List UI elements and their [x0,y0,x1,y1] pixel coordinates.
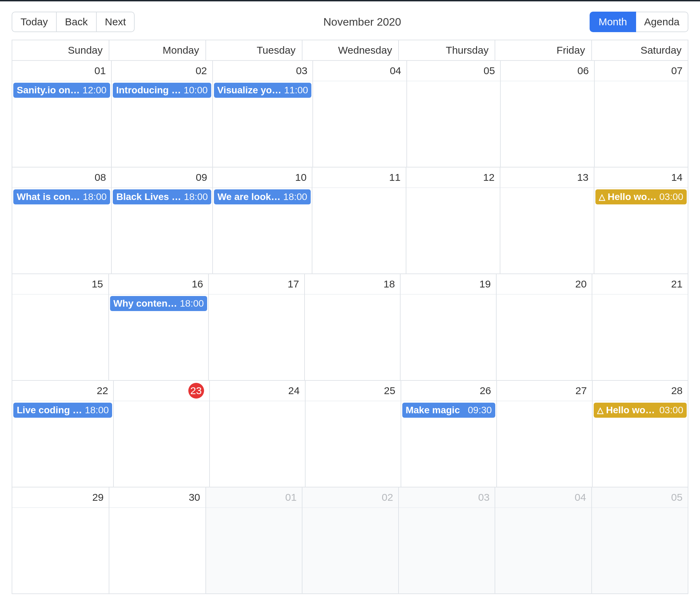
week-row: 08What is con…18:0009Black Lives …18:001… [12,167,688,274]
calendar-event[interactable]: Make magic09:30 [402,403,495,418]
day-cell[interactable]: 27 [496,381,592,487]
day-number: 08 [95,172,106,183]
day-cell[interactable]: 15 [12,274,108,380]
next-button[interactable]: Next [97,12,135,32]
day-number: 28 [671,385,683,397]
day-cell[interactable]: 05 [406,61,500,167]
day-cell[interactable]: 08What is con…18:00 [12,167,111,273]
day-cell[interactable]: 16Why conten…18:00 [108,274,208,380]
day-cell[interactable]: 20 [496,274,592,380]
day-cell[interactable]: 26Make magic09:30 [401,381,496,487]
day-number: 07 [671,65,683,77]
calendar-event[interactable]: Introducing …10:00 [113,83,211,98]
day-cell[interactable]: 14△Hello wo…03:00 [594,167,688,273]
weekday-header: Sunday [12,40,109,60]
calendar-event[interactable]: What is con…18:00 [13,189,110,204]
day-header: 27 [497,381,592,401]
day-cell[interactable]: 06 [500,61,594,167]
today-badge: 23 [188,383,204,399]
day-cell[interactable]: 11 [312,167,406,273]
day-number: 15 [92,278,103,290]
calendar-event[interactable]: Live coding …18:00 [13,403,112,418]
day-cell[interactable]: 10We are look…18:00 [212,167,312,273]
day-header: 21 [592,274,688,295]
day-header: 16 [109,274,208,295]
event-title: Introducing … [116,85,181,96]
day-cell[interactable]: 28△Hello wo…03:00 [592,381,688,487]
day-cell[interactable]: 02Introducing …10:00 [111,61,212,167]
day-events: Introducing …10:00 [112,81,212,100]
event-time: 11:00 [284,85,308,96]
calendar-event[interactable]: We are look…18:00 [214,189,311,204]
day-header: 20 [497,274,592,295]
day-header: 29 [12,487,109,508]
event-title: Live coding … [17,405,82,416]
calendar-event[interactable]: Sanity.io on…12:00 [13,83,110,98]
day-header: 13 [500,167,594,188]
back-button[interactable]: Back [57,12,97,32]
day-cell[interactable]: 01 [205,487,302,593]
day-cell[interactable]: 04 [495,487,591,593]
day-cell[interactable]: 18 [304,274,400,380]
day-cell[interactable]: 05 [591,487,688,593]
day-cell[interactable]: 25 [305,381,401,487]
day-cell[interactable]: 09Black Lives …18:00 [111,167,212,273]
calendar-event[interactable]: Visualize yo…11:00 [214,83,312,98]
day-header: 01 [206,487,302,508]
day-cell[interactable]: 17 [208,274,304,380]
day-header: 24 [210,381,305,401]
day-events [501,81,594,84]
day-cell[interactable]: 02 [302,487,398,593]
day-events: Live coding …18:00 [12,401,113,420]
event-time: 09:30 [468,405,492,416]
day-header: 22 [12,381,113,401]
day-header: 08 [12,167,111,188]
day-number: 25 [384,385,395,397]
day-cell[interactable]: 04 [312,61,406,167]
day-cell[interactable]: 23 [113,381,209,487]
day-header: 14 [594,167,688,188]
day-events [592,508,688,511]
day-number: 19 [480,278,491,290]
calendar-event[interactable]: Black Lives …18:00 [113,189,211,204]
day-header: 03 [399,487,495,508]
event-title-wrap: Live coding … [17,405,82,416]
day-header: 25 [306,381,401,401]
day-cell[interactable]: 30 [109,487,205,593]
event-title-wrap: △Hello wo… [599,191,657,202]
day-header: 04 [313,61,406,81]
day-number: 04 [390,65,401,77]
day-cell[interactable]: 03 [398,487,495,593]
day-events: Sanity.io on…12:00 [12,81,111,100]
event-time: 03:00 [659,405,683,416]
day-cell[interactable]: 12 [406,167,500,273]
month-view-button[interactable]: Month [590,12,636,32]
day-number: 11 [389,172,400,183]
calendar-event[interactable]: △Hello wo…03:00 [595,189,687,204]
day-number: 21 [671,278,683,290]
day-cell[interactable]: 19 [400,274,496,380]
day-cell[interactable]: 01Sanity.io on…12:00 [12,61,111,167]
day-header: 15 [12,274,108,295]
day-events [313,81,406,84]
week-row: 22Live coding …18:0023242526Make magic09… [12,381,688,487]
day-cell[interactable]: 07 [594,61,688,167]
day-cell[interactable]: 03Visualize yo…11:00 [212,61,313,167]
event-title: Visualize yo… [217,85,282,96]
calendar-event[interactable]: Why conten…18:00 [110,296,207,311]
calendar-event[interactable]: △Hello wo…03:00 [594,403,687,418]
day-events [306,401,401,404]
event-title-wrap: △Hello wo… [597,405,657,416]
agenda-view-button[interactable]: Agenda [636,12,688,32]
day-cell[interactable]: 24 [209,381,305,487]
day-cell[interactable]: 21 [592,274,688,380]
today-button[interactable]: Today [12,12,57,32]
calendar-grid: Sunday Monday Tuesday Wednesday Thursday… [12,40,688,594]
day-cell[interactable]: 22Live coding …18:00 [12,381,113,487]
day-cell[interactable]: 13 [500,167,594,273]
day-number: 10 [295,172,307,183]
weekday-header: Saturday [591,40,688,60]
day-header: 07 [595,61,688,81]
day-number: 27 [576,385,587,397]
day-cell[interactable]: 29 [12,487,109,593]
